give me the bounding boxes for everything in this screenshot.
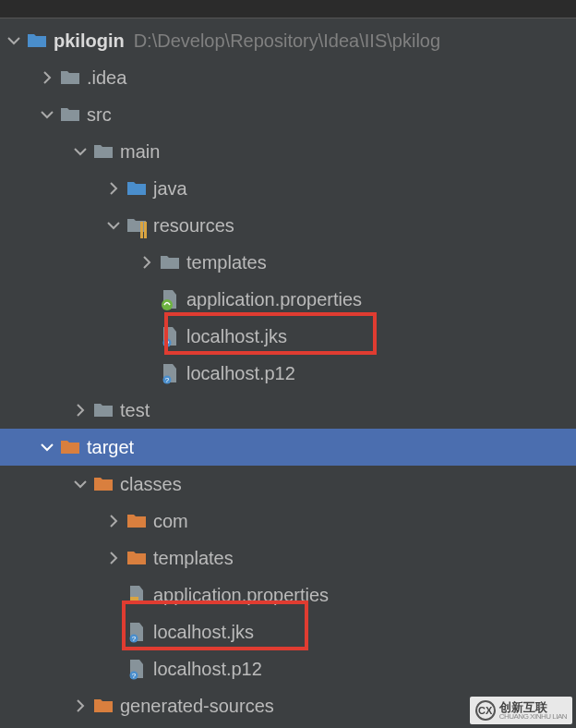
watermark: CX 创新互联 CHUANG XINHU LIAN [470,697,572,724]
tree-node-com[interactable]: com [0,503,576,540]
tree-node-app-properties[interactable]: application.properties [0,281,576,318]
chevron-right-icon[interactable] [35,71,59,84]
watermark-en-text: CHUANG XINHU LIAN [499,713,567,721]
chevron-down-icon[interactable] [68,145,92,158]
tree-item-label: .idea [87,67,126,89]
file-icon: ? [159,325,181,347]
svg-text:?: ? [165,339,170,347]
tree-item-label: generated-sources [120,696,274,717]
tree-item-label: localhost.p12 [153,659,262,680]
folder-icon [92,399,114,421]
source-folder-icon [126,177,148,200]
tree-item-label: target [87,437,134,458]
file-icon: ? [159,362,181,384]
chevron-right-icon[interactable] [102,515,126,528]
chevron-down-icon[interactable] [35,441,59,454]
excluded-folder-icon [126,510,148,532]
svg-point-4 [162,299,173,310]
file-icon [126,584,148,606]
tree-item-label: templates [186,252,267,273]
tree-node-idea[interactable]: .idea [0,59,576,96]
svg-text:?: ? [132,672,137,680]
file-icon: ? [126,658,148,680]
tree-node-templates[interactable]: templates [0,244,576,281]
tree-node-test[interactable]: test [0,392,576,429]
svg-rect-1 [28,34,30,37]
watermark-logo-icon: CX [475,700,496,721]
tree-item-label: com [153,511,188,532]
project-name-label: pkilogin [54,30,125,52]
tree-node-localhost-jks-2[interactable]: ? localhost.jks [0,613,576,650]
folder-icon [159,251,181,273]
tree-node-classes[interactable]: classes [0,466,576,503]
folder-icon [92,140,114,163]
chevron-right-icon[interactable] [102,182,126,195]
spring-config-icon [159,288,181,310]
svg-text:?: ? [132,635,137,643]
module-folder-icon [26,30,48,52]
tree-item-label: localhost.jks [186,326,287,347]
tree-item-label: test [120,400,150,421]
chevron-right-icon[interactable] [135,256,159,269]
svg-text:?: ? [165,376,170,384]
file-icon: ? [126,621,148,643]
svg-rect-9 [130,597,138,604]
tree-item-label: classes [120,474,182,495]
tree-node-target[interactable]: target [0,429,576,466]
chevron-down-icon[interactable] [68,478,92,491]
chevron-right-icon[interactable] [68,404,92,417]
tree-node-java[interactable]: java [0,170,576,207]
excluded-folder-icon [92,695,114,717]
excluded-folder-icon [59,436,81,458]
chevron-right-icon[interactable] [68,699,92,712]
tree-item-label: src [87,104,112,126]
tree-item-label: localhost.jks [153,622,254,643]
excluded-folder-icon [126,547,148,569]
project-tree: pkilogin D:\Develop\Repository\Idea\IIS\… [0,18,576,724]
chevron-right-icon[interactable] [102,552,126,564]
tree-item-label: main [120,141,160,163]
tree-item-label: java [153,178,187,200]
svg-rect-2 [140,222,143,238]
tree-node-root[interactable]: pkilogin D:\Develop\Repository\Idea\IIS\… [0,22,576,59]
tree-item-label: application.properties [153,585,329,606]
chevron-down-icon[interactable] [35,108,59,121]
chevron-down-icon[interactable] [2,34,26,47]
resources-folder-icon [126,214,148,237]
tree-node-localhost-jks[interactable]: ? localhost.jks [0,318,576,355]
folder-icon [59,103,81,126]
chevron-down-icon[interactable] [102,219,126,232]
tree-node-resources[interactable]: resources [0,207,576,244]
tree-node-localhost-p12-2[interactable]: ? localhost.p12 [0,650,576,687]
tree-node-main[interactable]: main [0,133,576,170]
tree-node-localhost-p12[interactable]: ? localhost.p12 [0,355,576,392]
excluded-folder-icon [92,473,114,495]
svg-rect-3 [144,222,147,238]
tree-node-app-properties-2[interactable]: application.properties [0,576,576,613]
tree-node-templates-2[interactable]: templates [0,540,576,576]
tree-item-label: application.properties [186,289,362,310]
tree-item-label: resources [153,215,234,237]
project-path-label: D:\Develop\Repository\Idea\IIS\pkilog [134,30,440,52]
tree-item-label: localhost.p12 [186,363,295,384]
tree-node-src[interactable]: src [0,96,576,133]
tree-item-label: templates [153,548,234,569]
top-toolbar [0,0,576,18]
watermark-cn-text: 创新互联 [499,701,567,713]
folder-icon [59,67,81,89]
